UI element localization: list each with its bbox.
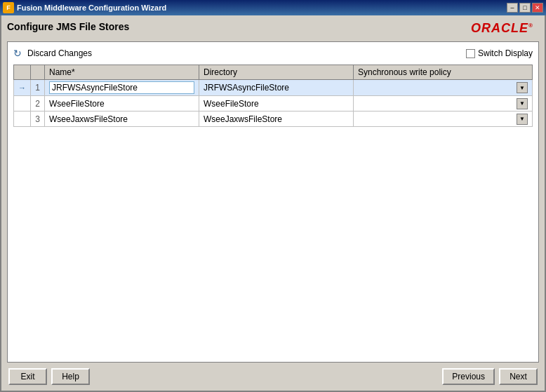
col-name-header: Name*: [45, 65, 199, 80]
row-number-cell: 1: [31, 80, 45, 96]
table-row[interactable]: 3WseeJaxwsFileStoreWseeJaxwsFileStore▼: [14, 111, 533, 127]
row-directory-cell: WseeFileStore: [199, 96, 354, 111]
row-sync-policy-cell[interactable]: ▼: [354, 111, 533, 127]
toolbar-left: ↻ Discard Changes: [13, 48, 92, 59]
title-bar: F Fusion Middleware Configuration Wizard…: [0, 0, 546, 15]
col-sync-header: Synchronous write policy: [354, 65, 533, 80]
row-arrow-cell: →: [14, 80, 31, 96]
row-name-cell[interactable]: [45, 80, 199, 96]
content-panel: ↻ Discard Changes Switch Display Name* D…: [7, 41, 539, 363]
row-sync-policy-cell[interactable]: ▼: [354, 80, 533, 96]
discard-changes-button[interactable]: Discard Changes: [27, 48, 92, 58]
dropdown-arrow-icon[interactable]: ▼: [517, 98, 528, 109]
window-controls: – □ ✕: [507, 3, 543, 13]
sync-policy-dropdown[interactable]: ▼: [358, 82, 528, 93]
close-button[interactable]: ✕: [532, 3, 543, 13]
maximize-button[interactable]: □: [519, 3, 531, 13]
oracle-logo: ORACLE®: [471, 21, 533, 36]
jms-file-stores-table: Name* Directory Synchronous write policy…: [13, 65, 533, 127]
sync-policy-dropdown[interactable]: ▼: [358, 98, 528, 109]
main-window: Configure JMS File Stores ORACLE® ↻ Disc…: [0, 15, 546, 392]
switch-display-button[interactable]: Switch Display: [466, 48, 533, 58]
page-title: Configure JMS File Stores: [7, 21, 129, 32]
row-number-cell: 3: [31, 111, 45, 127]
selected-arrow-icon: →: [18, 83, 26, 92]
bottom-right-buttons: Previous Next: [442, 368, 538, 385]
row-directory-cell: WseeJaxwsFileStore: [199, 111, 354, 127]
col-directory-header: Directory: [199, 65, 354, 80]
col-arrow: [14, 65, 31, 80]
name-input[interactable]: [49, 81, 194, 94]
row-number-cell: 2: [31, 96, 45, 111]
next-button[interactable]: Next: [499, 368, 538, 385]
exit-button[interactable]: Exit: [8, 368, 47, 385]
minimize-button[interactable]: –: [507, 3, 518, 13]
table-header-row: Name* Directory Synchronous write policy: [14, 65, 533, 80]
bottom-bar: Exit Help Previous Next: [7, 368, 539, 385]
dropdown-arrow-icon[interactable]: ▼: [517, 82, 528, 93]
row-arrow-cell: [14, 96, 31, 111]
previous-button[interactable]: Previous: [442, 368, 495, 385]
col-num: [31, 65, 45, 80]
row-directory-cell: JRFWSAsyncFileStore: [199, 80, 354, 96]
header-area: Configure JMS File Stores ORACLE®: [7, 21, 539, 36]
row-arrow-cell: [14, 111, 31, 127]
refresh-icon: ↻: [13, 48, 25, 59]
window-title: Fusion Middleware Configuration Wizard: [17, 4, 166, 12]
switch-display-checkbox[interactable]: [466, 49, 475, 58]
toolbar: ↻ Discard Changes Switch Display: [13, 48, 533, 59]
table-row[interactable]: →1JRFWSAsyncFileStore▼: [14, 80, 533, 96]
row-sync-policy-cell[interactable]: ▼: [354, 96, 533, 111]
app-icon: F: [3, 2, 14, 13]
dropdown-arrow-icon[interactable]: ▼: [517, 114, 528, 125]
table-row[interactable]: 2WseeFileStoreWseeFileStore▼: [14, 96, 533, 111]
bottom-left-buttons: Exit Help: [8, 368, 90, 385]
row-name-cell[interactable]: WseeFileStore: [45, 96, 199, 111]
sync-policy-dropdown[interactable]: ▼: [358, 114, 528, 125]
help-button[interactable]: Help: [51, 368, 90, 385]
row-name-cell[interactable]: WseeJaxwsFileStore: [45, 111, 199, 127]
